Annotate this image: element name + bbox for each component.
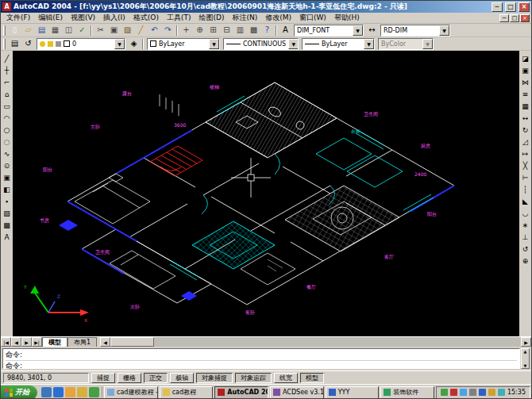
open-icon[interactable]: ▱ bbox=[21, 25, 35, 36]
scroll-down-icon[interactable]: ▼ bbox=[524, 363, 527, 368]
im-icon[interactable] bbox=[460, 389, 467, 396]
autocad-task[interactable]: AutoCAD 2004 - [... bbox=[214, 386, 268, 399]
menu-item[interactable]: 窗口(W) bbox=[295, 13, 330, 23]
minimize-button[interactable]: ─ bbox=[492, 2, 503, 12]
text-style-dropdown[interactable]: DIM_FONT ▼ bbox=[294, 25, 364, 36]
redo-icon[interactable]: ↷ bbox=[161, 25, 175, 36]
input-method-icon[interactable] bbox=[441, 389, 448, 396]
dim-style-dropdown[interactable]: RD-DIM ▼ bbox=[380, 25, 450, 36]
folder-icon[interactable] bbox=[77, 387, 87, 397]
spelling-icon[interactable]: ✓ bbox=[75, 25, 89, 36]
otrack-toggle[interactable]: 对象追踪 bbox=[235, 373, 272, 383]
menu-item[interactable]: 工具(T) bbox=[163, 13, 195, 23]
paste-icon[interactable]: ▨ bbox=[121, 25, 134, 36]
lineweight-dropdown[interactable]: ByLayer ▼ bbox=[302, 38, 375, 50]
tab-last-button[interactable]: ▶| bbox=[32, 337, 42, 347]
show-desktop-icon[interactable] bbox=[41, 387, 52, 397]
layout-tab[interactable]: 布局1 bbox=[67, 337, 97, 347]
fillet-icon[interactable]: ◡ bbox=[520, 207, 531, 219]
scroll-up-icon[interactable]: ▲ bbox=[524, 349, 527, 354]
volume-icon[interactable] bbox=[469, 389, 476, 396]
yyy-task[interactable]: YYY bbox=[326, 386, 380, 399]
folder-task[interactable]: cad教程 bbox=[160, 386, 214, 399]
acdsee-task[interactable]: ACDSee v3.1 - 20... bbox=[270, 386, 324, 399]
undo-icon[interactable]: ↶ bbox=[148, 25, 161, 36]
point-icon[interactable]: ∙ bbox=[2, 195, 13, 207]
snap-toggle[interactable]: 捕捉 bbox=[91, 373, 115, 383]
designcenter-icon[interactable]: ▩ bbox=[247, 25, 260, 36]
network-icon[interactable] bbox=[479, 389, 486, 396]
linetype-dropdown[interactable]: CONTINUOUS ▼ bbox=[223, 38, 299, 50]
menu-item[interactable]: 插入(I) bbox=[99, 13, 129, 23]
antivirus-icon[interactable] bbox=[450, 389, 457, 396]
rotate-icon[interactable]: ↻ bbox=[520, 124, 531, 136]
construction-line-icon[interactable]: ┼ bbox=[2, 64, 13, 76]
offset-icon[interactable]: ≡ bbox=[520, 88, 531, 100]
polygon-icon[interactable]: ⌂ bbox=[2, 88, 13, 100]
polar-toggle[interactable]: 极轴 bbox=[170, 373, 194, 383]
arc-icon[interactable]: ◠ bbox=[2, 112, 13, 124]
print-preview-icon[interactable]: ◫ bbox=[62, 25, 75, 36]
text-style-icon[interactable]: A bbox=[279, 25, 292, 36]
zoom-window-icon[interactable]: ⊞ bbox=[206, 25, 220, 36]
array-icon[interactable]: ▦ bbox=[520, 100, 531, 112]
make-object-layer-current-icon[interactable]: ◈ bbox=[127, 38, 141, 50]
grid-toggle[interactable]: 栅格 bbox=[118, 373, 141, 383]
chevron-down-icon[interactable]: ▼ bbox=[439, 25, 449, 36]
layer-manager-icon[interactable]: ▤ bbox=[8, 38, 21, 50]
hatch-icon[interactable]: ▨ bbox=[2, 207, 13, 219]
chevron-down-icon[interactable]: ▼ bbox=[422, 39, 433, 49]
ucs-icon[interactable]: ⊥ bbox=[520, 231, 531, 243]
trim-icon[interactable]: ╳ bbox=[520, 159, 531, 171]
menu-item[interactable]: 帮助(H) bbox=[330, 13, 364, 23]
tab-first-button[interactable]: |◀ bbox=[1, 337, 11, 347]
scheduler-icon[interactable] bbox=[488, 389, 495, 396]
zoom-previous-icon[interactable]: ⊟ bbox=[220, 25, 233, 36]
break-icon[interactable]: ┆ bbox=[520, 183, 531, 195]
rectangle-icon[interactable]: ▭ bbox=[2, 100, 13, 112]
explode-icon[interactable]: ∗ bbox=[520, 219, 531, 231]
messenger-icon[interactable] bbox=[89, 387, 99, 397]
titlebar[interactable]: A AutoCAD 2004 - [f:\yy\ys1\2006年\2006年1… bbox=[1, 1, 531, 13]
plotstyle-dropdown[interactable]: ByColor ▼ bbox=[378, 38, 434, 50]
command-scrollbar[interactable]: ▲ ▼ bbox=[521, 348, 530, 369]
toolbar-grip[interactable] bbox=[3, 39, 6, 49]
chevron-down-icon[interactable]: ▼ bbox=[209, 39, 219, 49]
scale-icon[interactable]: ◿ bbox=[520, 136, 531, 148]
tab-prev-button[interactable]: ◀ bbox=[11, 337, 21, 347]
close-button[interactable]: × bbox=[519, 2, 530, 12]
erase-icon[interactable]: ◪ bbox=[520, 52, 531, 64]
match-properties-icon[interactable]: ╱ bbox=[134, 25, 148, 36]
save-icon[interactable]: ▤ bbox=[35, 25, 48, 36]
decor-task[interactable]: 装饰软件 bbox=[380, 386, 434, 399]
zoom-realtime-icon[interactable]: ⊕ bbox=[193, 25, 206, 36]
line-icon[interactable]: ╱ bbox=[2, 52, 13, 64]
copy-icon[interactable]: ▣ bbox=[107, 25, 121, 36]
layer-previous-icon[interactable]: ↺ bbox=[21, 38, 35, 50]
menu-item[interactable]: 标注(N) bbox=[228, 13, 261, 23]
menu-item[interactable]: 视图(V) bbox=[67, 13, 99, 23]
osnap-toggle[interactable]: 对象捕捉 bbox=[196, 373, 233, 383]
horizontal-scrollbar[interactable]: ◀ ▶ bbox=[100, 337, 531, 347]
polyline-icon[interactable]: ⌐ bbox=[2, 76, 13, 88]
mirror-icon[interactable]: ⋈ bbox=[520, 76, 531, 88]
notepad-task[interactable]: cad建模教程 - 记... bbox=[104, 386, 158, 399]
copy-object-icon[interactable]: ▣ bbox=[520, 64, 531, 76]
insert-block-icon[interactable]: ▣ bbox=[2, 171, 13, 183]
layout-tab[interactable]: 模型 bbox=[42, 337, 67, 347]
circle-icon[interactable]: ○ bbox=[2, 124, 13, 136]
lineweight-toggle[interactable]: 线宽 bbox=[274, 373, 298, 383]
spline-icon[interactable]: ∿ bbox=[2, 148, 13, 159]
mdi-close-button[interactable]: × bbox=[520, 14, 530, 22]
scrollbar-track[interactable] bbox=[110, 337, 521, 347]
battery-icon[interactable] bbox=[498, 389, 505, 396]
new-icon[interactable]: ▯ bbox=[8, 25, 21, 36]
pan-icon[interactable]: + bbox=[179, 25, 193, 36]
chamfer-icon[interactable]: ◣ bbox=[520, 195, 531, 207]
chevron-down-icon[interactable]: ▼ bbox=[364, 39, 374, 49]
color-dropdown[interactable]: ByLayer ▼ bbox=[147, 38, 220, 50]
chevron-down-icon[interactable]: ▼ bbox=[353, 25, 363, 36]
tab-next-button[interactable]: ▶ bbox=[21, 337, 32, 347]
help-icon[interactable]: ? bbox=[260, 25, 274, 36]
chevron-down-icon[interactable]: ▼ bbox=[114, 39, 125, 49]
